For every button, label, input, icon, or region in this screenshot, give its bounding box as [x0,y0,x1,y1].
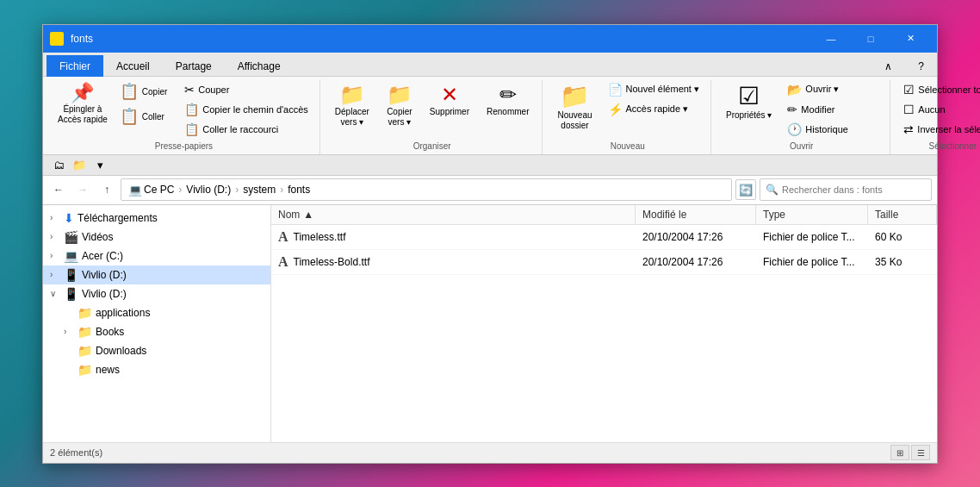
cepc-label: Ce PC [144,184,174,196]
coller-raccourci-label: Coller le raccourci [202,124,278,134]
inverser-icon: ⇄ [903,122,914,136]
vivlio-selected-label: Vivlio (D:) [82,269,127,281]
modifier-label: Modifier [801,104,834,115]
coller-button[interactable]: 📋 Coller [114,105,173,129]
sidebar-item-acer[interactable]: › 💻 Acer (C:) [43,247,270,265]
sidebar-item-applications[interactable]: 📁 applications [43,303,270,322]
news-label: news [96,364,120,376]
forward-button[interactable]: → [72,179,93,200]
file-type-timeless: Fichier de police T... [756,229,868,245]
ouvrir-button[interactable]: 📂 Ouvrir ▾ [781,80,884,99]
col-header-type[interactable]: Type [756,205,868,224]
up-button[interactable]: ↑ [96,179,117,200]
proprietes-button[interactable]: ☑ Propriétés ▾ [718,80,779,124]
deplacer-vers-label: Déplacervers ▾ [335,107,369,128]
path-cepc[interactable]: 💻 Ce PC [128,184,174,197]
path-fonts[interactable]: fonts [288,184,310,196]
close-button[interactable]: ✕ [890,25,930,53]
tab-affichage[interactable]: Affichage [225,55,294,77]
view-list-button[interactable]: ☰ [911,445,930,460]
expand-arrow-vivlio-expanded: ∨ [50,289,60,298]
telechargements-label: Téléchargements [78,212,158,224]
renommer-button[interactable]: ✏ Renommer [479,80,537,121]
path-vivlio[interactable]: Vivlio (D:) [186,184,231,196]
aucun-label: Aucun [918,104,945,115]
supprimer-button[interactable]: ✕ Supprimer [422,80,477,121]
table-row[interactable]: A Timeless.ttf 20/10/2004 17:26 Fichier … [271,225,937,250]
maximize-button[interactable]: □ [851,25,890,53]
address-path[interactable]: 💻 Ce PC › Vivlio (D:) › system › fonts [121,178,732,201]
epingler-icon: 📌 [71,84,94,103]
sidebar-item-videos[interactable]: › 🎬 Vidéos [43,228,270,247]
col-nom-sort: ▲ [303,209,313,221]
expand-arrow-videos: › [50,232,60,241]
acces-rapide-button[interactable]: ⚡ Accès rapide ▾ [602,100,706,119]
col-header-modifie[interactable]: Modifié le [636,205,756,224]
aucun-button[interactable]: ☐ Aucun [897,100,980,119]
sidebar-item-downloads[interactable]: 📁 Downloads [43,341,270,360]
qa-dropdown[interactable]: ▾ [91,156,109,173]
search-box[interactable]: 🔍 [760,178,932,201]
nouveau-small-col: 📄 Nouvel élément ▾ ⚡ Accès rapide ▾ [602,80,706,119]
group-nouveau-content: 📁 Nouveaudossier 📄 Nouvel élément ▾ ⚡ Ac… [549,80,705,139]
acer-icon: 💻 [64,249,78,263]
downloads-icon: 📁 [78,344,92,358]
search-input[interactable] [782,184,926,195]
help-button[interactable]: ? [905,55,937,77]
copier-vers-button[interactable]: 📁 Copiervers ▾ [379,80,420,132]
couper-button[interactable]: ✂ Couper [178,80,314,99]
sidebar-wrapper: › ⬇ Téléchargements › 🎬 Vidéos › 💻 Acer … [43,205,271,442]
tab-accueil[interactable]: Accueil [103,55,163,77]
group-nouveau-label: Nouveau [549,139,705,151]
sidebar-item-vivlio-selected[interactable]: › 📱 Vivlio (D:) [43,265,270,284]
modifier-button[interactable]: ✏ Modifier [781,100,884,119]
deplacer-vers-button[interactable]: 📁 Déplacervers ▾ [327,80,377,132]
copier-button[interactable]: 📋 Copier [114,80,173,104]
selectionner-tout-button[interactable]: ☑ Sélectionner tout [897,80,980,99]
file-area: Nom ▲ Modifié le Type Taille A [271,205,937,442]
nouveau-dossier-button[interactable]: 📁 Nouveaudossier [549,80,599,135]
refresh-button[interactable]: 🔄 [735,179,756,200]
qa-icon2[interactable]: 📁 [71,156,88,173]
tab-partage[interactable]: Partage [163,55,225,77]
inverser-button[interactable]: ⇄ Inverser la sélection [897,120,980,139]
qa-icon1[interactable]: 🗂 [50,156,67,173]
file-name-timeless: Timeless.ttf [294,231,346,243]
nouvel-element-icon: 📄 [608,83,623,97]
couper-label: Couper [198,84,229,95]
sidebar-item-telechargements[interactable]: › ⬇ Téléchargements [43,209,270,228]
minimize-button[interactable]: — [811,25,851,53]
group-selectionner: ☑ Sélectionner tout ☐ Aucun ⇄ Inverser l… [892,80,980,154]
videos-label: Vidéos [82,231,113,243]
copier-vers-label: Copiervers ▾ [387,107,412,128]
sidebar-item-news[interactable]: 📁 news [43,360,270,379]
back-button[interactable]: ← [48,179,69,200]
historique-button[interactable]: 🕐 Historique [781,120,884,139]
status-bar: 2 élément(s) ⊞ ☰ [43,442,937,463]
window-icon [50,32,64,46]
col-header-taille[interactable]: Taille [868,205,937,224]
clipboard-small-col: ✂ Couper 📋 Copier le chemin d'accès 📋 Co… [178,80,314,139]
expand-arrow-telechargements: › [50,213,60,222]
proprietes-icon: ☑ [738,84,760,109]
expand-arrow-acer: › [50,251,60,260]
news-icon: 📁 [78,363,92,377]
path-system[interactable]: system [243,184,276,196]
file-list: A Timeless.ttf 20/10/2004 17:26 Fichier … [271,225,937,442]
coller-label: Coller [142,112,164,122]
nouvel-element-button[interactable]: 📄 Nouvel élément ▾ [602,80,706,99]
coller-raccourci-button[interactable]: 📋 Coller le raccourci [178,120,314,139]
group-presse-papiers: 📌 Épingler àAccès rapide 📋 Copier 📋 Coll… [48,80,320,154]
tab-fichier[interactable]: Fichier [47,55,103,77]
sidebar-item-vivlio-expanded[interactable]: ∨ 📱 Vivlio (D:) [43,284,270,303]
col-header-nom[interactable]: Nom ▲ [271,205,636,224]
epingler-button[interactable]: 📌 Épingler àAccès rapide [53,80,112,128]
expand-arrow-books: › [64,327,74,336]
ribbon-collapse[interactable]: ∧ [871,55,905,77]
path-sep3: › [280,184,283,196]
sidebar-item-books[interactable]: › 📁 Books [43,322,270,341]
view-grid-button[interactable]: ⊞ [890,445,909,460]
table-row[interactable]: A Timeless-Bold.ttf 20/10/2004 17:26 Fic… [271,250,937,275]
group-ouvrir-content: ☑ Propriétés ▾ 📂 Ouvrir ▾ ✏ Modifier 🕐 H… [718,80,884,139]
copier-chemin-button[interactable]: 📋 Copier le chemin d'accès [178,100,314,119]
